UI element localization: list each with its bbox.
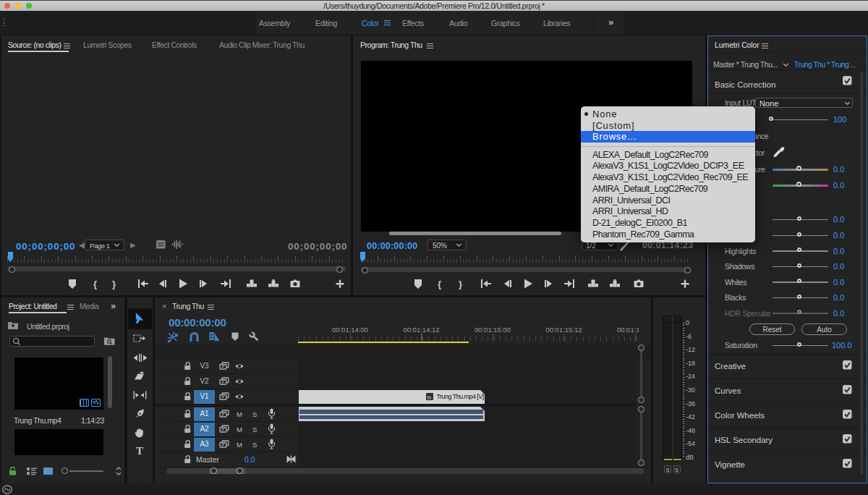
svg-text:{: { (438, 279, 441, 289)
svg-text:}: } (112, 279, 116, 289)
svg-text:}: } (459, 279, 462, 289)
svg-text:{: { (93, 279, 97, 289)
